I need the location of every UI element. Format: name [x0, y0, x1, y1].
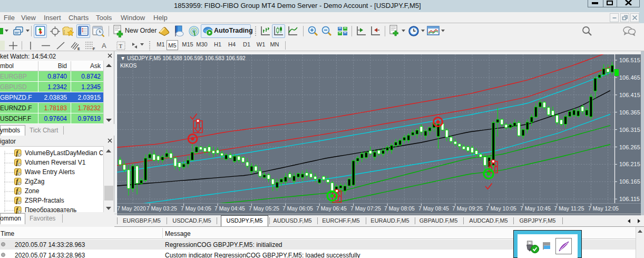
svg-text:7 May 09:25: 7 May 09:25 — [452, 205, 483, 212]
svg-text:7 May 08:45: 7 May 08:45 — [418, 205, 449, 212]
svg-text:7 May 08:05: 7 May 08:05 — [384, 205, 415, 212]
svg-text:106.265: 106.265 — [619, 144, 640, 150]
svg-text:106.515: 106.515 — [619, 57, 640, 63]
svg-text:7 May 04:45: 7 May 04:45 — [214, 205, 245, 212]
svg-text:7 May 06:05: 7 May 06:05 — [282, 205, 313, 212]
svg-text:7 May 10:05: 7 May 10:05 — [486, 205, 516, 212]
svg-text:106.315: 106.315 — [619, 127, 640, 133]
svg-text:7 May 12:05: 7 May 12:05 — [588, 205, 619, 212]
svg-text:▼ USDJPY.F,M5 106.588 106.595: ▼ USDJPY.F,M5 106.588 106.595 106.583 10… — [120, 55, 246, 61]
svg-text:106.115: 106.115 — [619, 196, 640, 202]
svg-text:106.465: 106.465 — [619, 74, 640, 81]
svg-text:106.415: 106.415 — [619, 92, 640, 98]
svg-text:7 May 03:25: 7 May 03:25 — [147, 205, 177, 212]
svg-text:7 May 11:25: 7 May 11:25 — [554, 205, 584, 212]
svg-text:7 May 10:45: 7 May 10:45 — [520, 205, 551, 212]
svg-text:7 May 07:25: 7 May 07:25 — [350, 205, 381, 212]
svg-text:KIKOS: KIKOS — [120, 63, 137, 69]
svg-text:106.215: 106.215 — [619, 161, 640, 167]
svg-text:T: T — [119, 43, 123, 49]
svg-text:7 May 05:25: 7 May 05:25 — [249, 205, 279, 212]
svg-text:7 May 2020: 7 May 2020 — [117, 205, 146, 212]
svg-text:106.165: 106.165 — [619, 178, 640, 185]
svg-text:106.365: 106.365 — [619, 109, 640, 116]
svg-text:F: F — [93, 47, 95, 51]
svg-text:7 May 06:45: 7 May 06:45 — [316, 205, 347, 212]
svg-text:E: E — [77, 47, 80, 51]
svg-text:7 May 04:05: 7 May 04:05 — [181, 205, 211, 212]
